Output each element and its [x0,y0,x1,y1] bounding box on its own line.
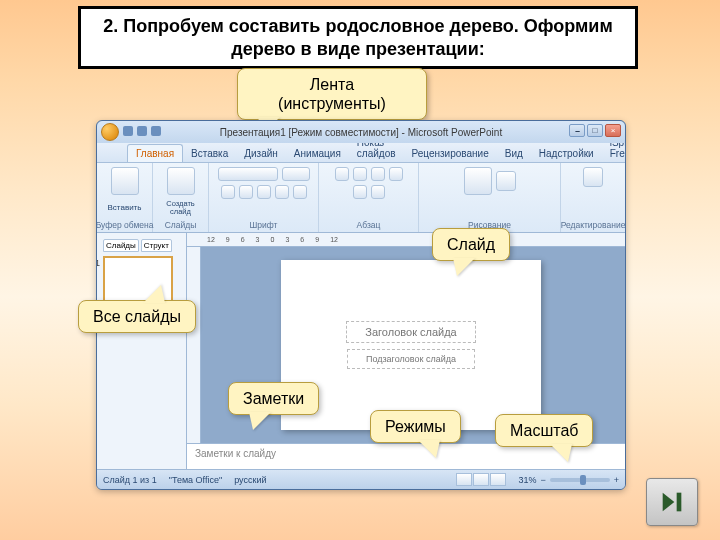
status-theme: "Тема Office" [169,475,222,485]
drawing-icon[interactable] [496,171,516,191]
callout-slide-text: Слайд [447,236,495,253]
bullets-icon[interactable] [335,167,349,181]
ribbon-group-font: Шрифт [209,163,319,232]
color-icon[interactable] [293,185,307,199]
maximize-button[interactable]: □ [587,124,603,137]
forward-icon [658,488,686,516]
align-left-icon[interactable] [389,167,403,181]
new-slide-icon[interactable] [167,167,195,195]
zoom-value: 31% [518,475,536,485]
callout-modes: Режимы [370,410,461,443]
group-label-clipboard: Буфер обмена [96,220,153,230]
callout-zoom: Масштаб [495,414,593,447]
close-button[interactable]: × [605,124,621,137]
statusbar: Слайд 1 из 1 "Тема Office" русский 31% −… [97,469,625,489]
tab-insert[interactable]: Вставка [183,145,236,162]
tab-home[interactable]: Главная [127,144,183,162]
office-button[interactable] [101,123,119,141]
tab-addins[interactable]: Надстройки [531,145,602,162]
zoom-control[interactable]: 31% − + [518,475,619,485]
callout-ribbon-text: Лента (инструменты) [278,76,386,112]
instruction-heading: 2. Попробуем составить родословное дерев… [78,6,638,69]
tab-animation[interactable]: Анимация [286,145,349,162]
svg-rect-0 [677,493,682,512]
zoom-minus[interactable]: − [540,475,545,485]
callout-notes: Заметки [228,382,319,415]
find-icon[interactable] [583,167,603,187]
slides-panel: Слайды Структ [97,233,187,469]
ribbon-tabs: Главная Вставка Дизайн Анимация Показ сл… [97,143,625,163]
callout-all-slides: Все слайды [78,300,196,333]
status-lang: русский [234,475,266,485]
next-slide-button[interactable] [646,478,698,526]
bold-icon[interactable] [221,185,235,199]
view-sorter-button[interactable] [473,473,489,486]
ribbon-group-paragraph: Абзац [319,163,419,232]
window-title: Презентация1 [Режим совместимости] - Mic… [220,127,502,138]
panel-tab-outline[interactable]: Структ [141,239,172,252]
slide-title-placeholder[interactable]: Заголовок слайда [346,321,476,343]
panel-tab-slides[interactable]: Слайды [103,239,139,252]
align-center-icon[interactable] [353,185,367,199]
ribbon: Вставить Буфер обмена Создать слайд Слай… [97,163,625,233]
callout-modes-text: Режимы [385,418,446,435]
slide-subtitle-placeholder[interactable]: Подзаголовок слайда [347,349,475,369]
callout-ribbon: Лента (инструменты) [237,68,427,120]
paste-label: Вставить [108,203,142,212]
strike-icon[interactable] [275,185,289,199]
callout-all-slides-text: Все слайды [93,308,181,325]
callout-zoom-text: Масштаб [510,422,578,439]
group-label-font: Шрифт [250,220,278,230]
view-normal-button[interactable] [456,473,472,486]
ribbon-group-editing: Редактирование [561,163,625,232]
zoom-plus[interactable]: + [614,475,619,485]
ribbon-group-clipboard: Вставить Буфер обмена [97,163,153,232]
underline-icon[interactable] [257,185,271,199]
slide[interactable]: Заголовок слайда Подзаголовок слайда [281,260,541,430]
tab-review[interactable]: Рецензирование [404,145,497,162]
shapes-icon[interactable] [464,167,492,195]
numbering-icon[interactable] [353,167,367,181]
callout-notes-text: Заметки [243,390,304,407]
fontsize-icon[interactable] [282,167,310,181]
status-slide-count: Слайд 1 из 1 [103,475,157,485]
paste-icon[interactable] [111,167,139,195]
quick-access-toolbar[interactable] [123,126,161,136]
zoom-slider[interactable] [550,478,610,482]
font-icon[interactable] [218,167,278,181]
group-label-editing: Редактирование [561,220,626,230]
tab-view[interactable]: Вид [497,145,531,162]
ruler-vertical [187,247,201,443]
ribbon-group-drawing: Рисование [419,163,561,232]
ribbon-group-slides: Создать слайд Слайды [153,163,209,232]
view-slideshow-button[interactable] [490,473,506,486]
group-label-paragraph: Абзац [357,220,381,230]
group-label-slides: Слайды [165,220,197,230]
italic-icon[interactable] [239,185,253,199]
minimize-button[interactable]: ‒ [569,124,585,137]
new-slide-label: Создать слайд [166,200,195,215]
callout-slide: Слайд [432,228,510,261]
align-right-icon[interactable] [371,185,385,199]
view-mode-buttons [456,473,506,486]
indent-icon[interactable] [371,167,385,181]
titlebar: Презентация1 [Режим совместимости] - Mic… [97,121,625,143]
tab-design[interactable]: Дизайн [236,145,286,162]
ruler-horizontal: 12963036912 [187,233,625,247]
